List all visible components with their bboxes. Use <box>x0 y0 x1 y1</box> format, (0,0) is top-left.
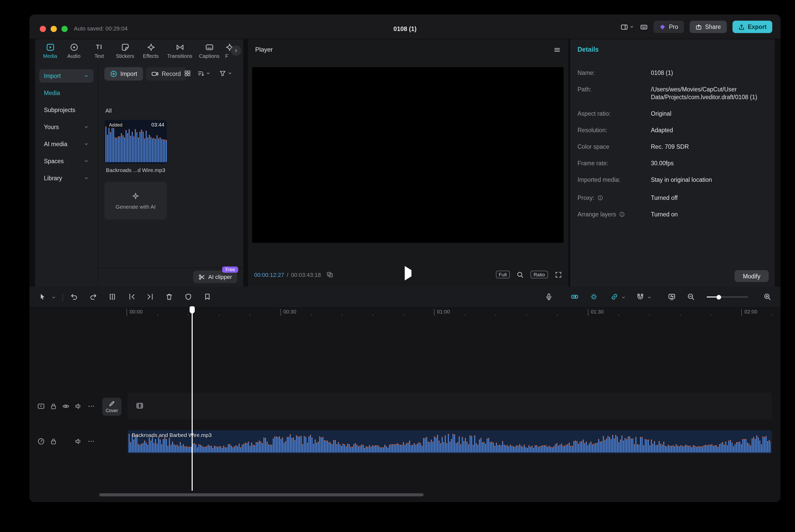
sidebar-item-ai-media[interactable]: AI media <box>39 137 94 151</box>
playhead-handle[interactable] <box>190 306 195 312</box>
audio-track-more-icon[interactable] <box>87 437 95 445</box>
video-clip[interactable] <box>128 393 772 419</box>
video-preview[interactable] <box>252 67 564 243</box>
select-tool-button[interactable] <box>39 293 46 301</box>
tab-transitions[interactable]: Transitions <box>164 39 195 62</box>
layout-switch-button[interactable] <box>620 23 635 31</box>
video-track-preview-icon[interactable] <box>37 402 45 410</box>
preview-zoom-button[interactable] <box>516 271 524 278</box>
player-title: Player <box>255 46 273 53</box>
view-mode-button[interactable] <box>184 70 191 77</box>
sidebar-item-library[interactable]: Library <box>39 171 94 185</box>
video-track-more-icon[interactable] <box>87 402 95 410</box>
play-button[interactable] <box>405 270 412 276</box>
link-clips-toggle[interactable] <box>610 293 618 301</box>
text-icon: TI <box>96 43 102 51</box>
tabs-overflow-button[interactable] <box>231 45 241 56</box>
marker-button[interactable] <box>204 293 211 301</box>
sidebar-item-spaces[interactable]: Spaces <box>39 154 94 168</box>
chevron-right-icon <box>233 48 239 53</box>
video-track-mute-icon[interactable] <box>74 402 82 410</box>
audio-track-mute-icon[interactable] <box>74 437 82 445</box>
player-controls: 00:00:12:27 / 00:03:43:18 Full Ratio <box>248 269 568 282</box>
zoom-in-button[interactable] <box>763 293 771 301</box>
video-track-lock-icon[interactable] <box>50 402 57 410</box>
timeline-toolbar <box>30 287 780 308</box>
details-panel: Details Name: 0108 (1) Path: /Users/wes/… <box>570 39 775 287</box>
ruler-label: 02:00 <box>741 309 757 315</box>
full-preview-button[interactable]: Full <box>496 271 510 279</box>
export-button[interactable]: Export <box>732 21 772 33</box>
chevron-down-icon <box>84 176 89 181</box>
auto-cut-toggle[interactable] <box>571 293 579 301</box>
added-badge: Added <box>107 122 125 128</box>
pro-button[interactable]: Pro <box>654 21 684 33</box>
detail-row-name: Name: 0108 (1) <box>578 69 769 77</box>
undo-button[interactable] <box>70 293 78 301</box>
modify-button[interactable]: Modify <box>735 270 769 282</box>
info-icon[interactable] <box>619 211 625 217</box>
detail-row-aspect-ratio: Aspect ratio: Original <box>578 110 769 118</box>
beat-detect-toggle[interactable] <box>590 293 598 301</box>
trim-right-button[interactable] <box>146 293 154 301</box>
media-item-card[interactable]: Added 03:44 Backroads ...d Wire.mp3 <box>105 120 167 173</box>
grid-view-icon <box>184 70 191 77</box>
tab-stickers[interactable]: Stickers <box>113 39 137 62</box>
clip-duration: 03:44 <box>151 122 164 128</box>
snap-toggle[interactable] <box>637 293 644 301</box>
snap-toggle-chevron[interactable] <box>647 295 652 300</box>
sidebar-item-media[interactable]: Media <box>39 86 94 100</box>
generate-with-ai-card[interactable]: Generate with AI <box>105 182 167 220</box>
zoom-out-button[interactable] <box>687 293 695 301</box>
tab-effects[interactable]: Effects <box>137 39 164 62</box>
asset-tabs: Media Audio TIText Stickers Effects Tran… <box>35 39 243 62</box>
timeline-zoom-slider[interactable] <box>707 297 748 298</box>
select-tool-chevron[interactable] <box>51 295 56 300</box>
voiceover-mic-button[interactable] <box>545 293 553 301</box>
pro-diamond-icon <box>659 23 666 30</box>
ratio-button[interactable]: Ratio <box>531 271 548 279</box>
ruler-label: 01:30 <box>588 309 604 315</box>
timeline-section: 00:00 00:30 01:00 01:30 02:00 Cover Back… <box>30 287 780 502</box>
chevron-down-icon <box>206 71 211 76</box>
tab-captions[interactable]: Captions <box>195 39 223 62</box>
mask-button[interactable] <box>185 293 192 301</box>
split-button[interactable] <box>109 293 116 301</box>
frame-view-toggle[interactable] <box>327 271 334 278</box>
filter-button[interactable] <box>219 70 232 77</box>
zoom-slider-handle[interactable] <box>717 294 721 299</box>
sort-button[interactable] <box>197 70 211 77</box>
ruler-label: 00:00 <box>127 309 143 315</box>
info-icon[interactable] <box>597 195 603 201</box>
fullscreen-button[interactable] <box>555 271 562 278</box>
audio-track-lock-icon[interactable] <box>50 437 57 445</box>
shortcuts-keyboard-button[interactable] <box>640 23 648 31</box>
sidebar-item-import[interactable]: Import <box>39 69 94 83</box>
tab-text[interactable]: TIText <box>86 39 113 62</box>
track-preview-button[interactable] <box>668 293 676 301</box>
playhead[interactable] <box>190 306 195 491</box>
link-toggle-chevron[interactable] <box>621 295 626 300</box>
redo-button[interactable] <box>89 293 97 301</box>
audio-track-record-icon[interactable] <box>37 437 45 445</box>
tab-media[interactable]: Media <box>38 39 62 62</box>
delete-button[interactable] <box>165 293 173 301</box>
detail-row-color-space: Color space Rec. 709 SDR <box>578 143 769 151</box>
cover-button[interactable]: Cover <box>102 398 121 416</box>
sidebar-item-subprojects[interactable]: Subprojects <box>39 103 94 117</box>
waveform <box>106 125 166 162</box>
player-menu-button[interactable] <box>553 46 561 54</box>
audio-clip[interactable]: Backroads and Barbed Wire.mp3 <box>128 430 772 454</box>
chevron-down-icon <box>227 71 232 76</box>
share-button[interactable]: Share <box>689 21 726 33</box>
play-icon <box>405 266 412 281</box>
record-button[interactable]: Record <box>146 67 187 80</box>
video-track-visibility-icon[interactable] <box>62 402 70 410</box>
tab-audio[interactable]: Audio <box>62 39 86 62</box>
import-media-button[interactable]: Import <box>105 67 143 80</box>
timeline-ruler[interactable]: 00:00 00:30 01:00 01:30 02:00 <box>30 308 780 317</box>
horizontal-scrollbar[interactable] <box>99 493 423 496</box>
clip-filename: Backroads ...d Wire.mp3 <box>105 167 167 173</box>
trim-left-button[interactable] <box>128 293 136 301</box>
sidebar-item-yours[interactable]: Yours <box>39 120 94 134</box>
